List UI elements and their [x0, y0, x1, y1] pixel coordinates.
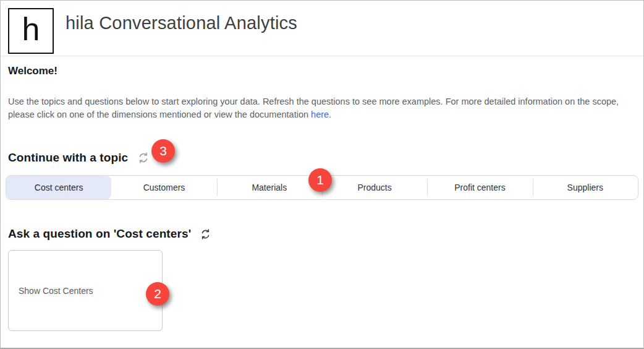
step-badge-3: 3 [151, 139, 175, 163]
tab-customers[interactable]: Customers [111, 176, 216, 199]
tab-products[interactable]: Products [322, 176, 427, 199]
ask-question-heading: Ask a question on 'Cost centers' [8, 227, 191, 241]
hila-logo-letter: h [22, 13, 40, 45]
intro-line-2: please click on one of the dimensions me… [8, 108, 636, 121]
tab-suppliers[interactable]: Suppliers [533, 176, 638, 199]
tab-profit-centers[interactable]: Profit centers [427, 176, 532, 199]
page: h hila Conversational Analytics Welcome!… [0, 0, 644, 349]
topics-heading: Continue with a topic [8, 151, 128, 165]
documentation-link[interactable]: here [311, 110, 329, 119]
tab-cost-centers[interactable]: Cost centers [6, 176, 111, 199]
main-content: Welcome! Use the topics and questions be… [1, 65, 643, 331]
question-card[interactable]: Show Cost Centers [8, 250, 163, 331]
step-badge-1: 1 [308, 168, 332, 192]
app-title: hila Conversational Analytics [66, 13, 297, 33]
hila-logo: h [8, 8, 54, 54]
app-header: h hila Conversational Analytics [1, 1, 643, 56]
topics-section-header: Continue with a topic [8, 151, 636, 165]
refresh-topics-button[interactable] [137, 151, 150, 165]
step-badge-2: 2 [146, 282, 169, 306]
refresh-icon [137, 151, 150, 165]
intro-paragraph: Use the topics and questions below to st… [8, 95, 636, 121]
refresh-questions-button[interactable] [199, 228, 212, 241]
questions-section-header: Ask a question on 'Cost centers' [8, 227, 636, 241]
refresh-icon [199, 228, 212, 241]
intro-line-1: Use the topics and questions below to st… [8, 95, 636, 108]
intro-line-2-period: . [329, 110, 331, 119]
question-card-label: Show Cost Centers [19, 286, 93, 296]
intro-line-2-text: please click on one of the dimensions me… [8, 110, 311, 119]
tab-materials[interactable]: Materials [217, 176, 322, 199]
welcome-heading: Welcome! [8, 65, 636, 77]
